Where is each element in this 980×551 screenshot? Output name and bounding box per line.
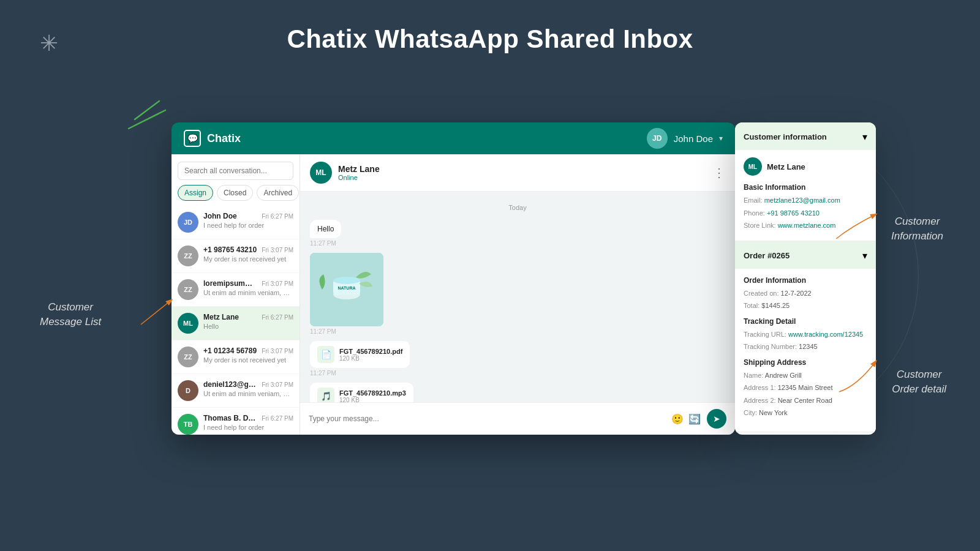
svg-line-0 [135,101,159,119]
search-input[interactable] [178,162,293,180]
conversation-sidebar: Assign Closed Archived JD John Doe Fri 6… [172,154,300,435]
conv-info: John Doe Fri 6:27 PM I need help for ord… [203,212,293,229]
file-info: FGT_456789210.pdf 120 KB [339,348,402,362]
conv-name-row: Thomas B. Dyson Fri 6:27 PM [203,414,293,422]
order-chevron: ▾ [862,250,867,261]
conv-avatar: ZZ [178,246,198,266]
conv-name-row: loremipsum@gmai... Fri 3:07 PM [203,279,293,288]
conversation-item[interactable]: JD John Doe Fri 6:27 PM I need help for … [172,206,300,239]
conv-info: deniel123@gmail... Fri 3:07 PM Ut enim a… [203,380,293,397]
audio-attachment[interactable]: 🎵 FGT_456789210.mp3 120 KB [310,383,413,402]
emoji-icon[interactable]: 🙂 [671,413,684,425]
user-name: John Doe [674,133,713,144]
more-options-icon[interactable]: ⋮ [713,165,725,180]
email-label: Email: [744,197,764,204]
pdf-icon: 📄 [317,346,334,363]
email-row: Email: metzlane123@gmail.com [744,195,867,206]
conv-info: +1 98765 43210 Fri 3:07 PM My order is n… [203,246,293,263]
conv-name: John Doe [203,212,237,220]
input-icons: 🙂 🔄 [671,413,701,425]
nav-user[interactable]: JD John Doe ▾ [647,128,723,149]
conversation-item[interactable]: ML Metz Lane Fri 6:27 PM Hello [172,307,300,340]
tracking-title: Tracking Detail [744,317,867,326]
tracking-url-value[interactable]: www.tracking.com/12345 [788,331,863,338]
conversation-item[interactable]: D deniel123@gmail... Fri 3:07 PM Ut enim… [172,374,300,408]
customer-info-header[interactable]: Customer information ▾ [735,122,876,150]
conv-info: +1 01234 56789 Fri 3:07 PM My order is n… [203,347,293,364]
customer-info-title: Customer information [744,132,827,141]
conv-preview: Ut enim ad minim veniam, quis [203,390,293,397]
conversation-item[interactable]: ZZ +1 98765 43210 Fri 3:07 PM My order i… [172,239,300,273]
conv-time: Fri 3:07 PM [262,247,293,253]
conversation-item[interactable]: ZZ +1 01234 56789 Fri 3:07 PM My order i… [172,340,300,374]
conversation-item[interactable]: TB Thomas B. Dyson Fri 6:27 PM I need he… [172,408,300,435]
annotation-customer-order-detail: CustomerOrder detail [892,367,946,397]
conv-name-row: deniel123@gmail... Fri 3:07 PM [203,380,293,389]
phone-value[interactable]: +91 98765 43210 [767,209,820,217]
total-label: Total: [744,302,761,309]
tracking-url-label: Tracking URL: [744,331,788,338]
tab-closed[interactable]: Closed [217,185,253,201]
tracking-num-label: Tracking Number: [744,343,799,350]
app-window: 💬 Chatix JD John Doe ▾ Assign Closed Arc… [172,122,735,435]
message-image: NATURA [310,253,383,326]
page-title: Chatix WhatsaApp Shared Inbox [0,0,980,54]
customer-info-chevron: ▾ [862,131,867,143]
store-label: Store Link: [744,222,778,229]
brand-name: Chatix [207,132,241,145]
brand-icon: 💬 [184,130,201,147]
conv-info: loremipsum@gmai... Fri 3:07 PM Ut enim a… [203,279,293,296]
tab-assign[interactable]: Assign [178,185,213,201]
tracking-num-row: Tracking Number: 12345 [744,342,867,352]
conv-name: +1 98765 43210 [203,246,257,254]
message-row: 🎵 FGT_456789210.mp3 120 KB 11:27 PM [310,383,725,402]
order-section-body: Order Information Created on: 12-7-2022 … [735,269,876,432]
customer-display-name: Metz Lane [767,162,805,171]
total-row: Total: $1445.25 [744,301,867,311]
svg-line-1 [129,110,165,129]
customer-name-row: ML Metz Lane [744,157,867,176]
user-menu-chevron[interactable]: ▾ [719,134,723,143]
send-button[interactable]: ➤ [707,409,726,429]
message-time: 11:27 PM [310,328,336,335]
message-row: NATURA 11:27 PM [310,253,725,335]
conv-time: Fri 6:27 PM [262,314,293,321]
conv-name-row: Metz Lane Fri 6:27 PM [203,313,293,321]
conversation-item[interactable]: ZZ loremipsum@gmai... Fri 3:07 PM Ut eni… [172,273,300,307]
conv-name: +1 01234 56789 [203,347,257,355]
conv-avatar: D [178,380,198,401]
phone-row: Phone: +91 98765 43210 [744,208,867,219]
created-value: 12-7-2022 [781,290,812,297]
store-value[interactable]: www.metzlane.com [778,222,836,229]
conv-info: Metz Lane Fri 6:27 PM Hello [203,313,293,330]
customer-info-section: Customer information ▾ ML Metz Lane Basi… [735,122,876,241]
svg-point-5 [333,277,360,284]
app-navbar: 💬 Chatix JD John Doe ▾ [172,122,735,154]
phone-label: Phone: [744,209,767,217]
addr1-label: Address 1: [744,384,778,391]
user-avatar: JD [647,128,668,149]
file-name: FGT_456789210.mp3 [339,389,406,397]
conv-name: Thomas B. Dyson [203,414,259,422]
chat-main-panel: ML Metz Lane Online ⋮ Today Hello 11:27 … [300,154,735,435]
green-lines-decoration [123,98,172,135]
file-info: FGT_456789210.mp3 120 KB [339,389,406,403]
message-input[interactable] [309,414,665,423]
file-attachment[interactable]: 📄 FGT_456789210.pdf 120 KB [310,341,410,368]
tab-archived[interactable]: Archived [257,185,299,201]
order-section: Order #0265 ▾ Order Information Created … [735,241,876,432]
conv-avatar: JD [178,212,198,233]
order-section-header[interactable]: Order #0265 ▾ [735,241,876,269]
file-name: FGT_456789210.pdf [339,348,402,355]
chat-messages: Today Hello 11:27 PM [300,192,735,402]
conv-preview: Hello [203,323,293,330]
tracking-num-value: 12345 [799,343,818,350]
conv-preview: My order is not received yet [203,356,293,364]
customer-info-panel: Customer information ▾ ML Metz Lane Basi… [735,122,876,435]
shipping-info: Shipping Address Name: Andrew Grill Addr… [744,358,867,418]
customer-info-body: ML Metz Lane Basic Information Email: me… [735,150,876,241]
created-label: Created on: [744,290,781,297]
email-value[interactable]: metzlane123@gmail.com [764,197,840,204]
conv-time: Fri 6:27 PM [262,415,293,422]
attach-icon[interactable]: 🔄 [688,413,701,425]
